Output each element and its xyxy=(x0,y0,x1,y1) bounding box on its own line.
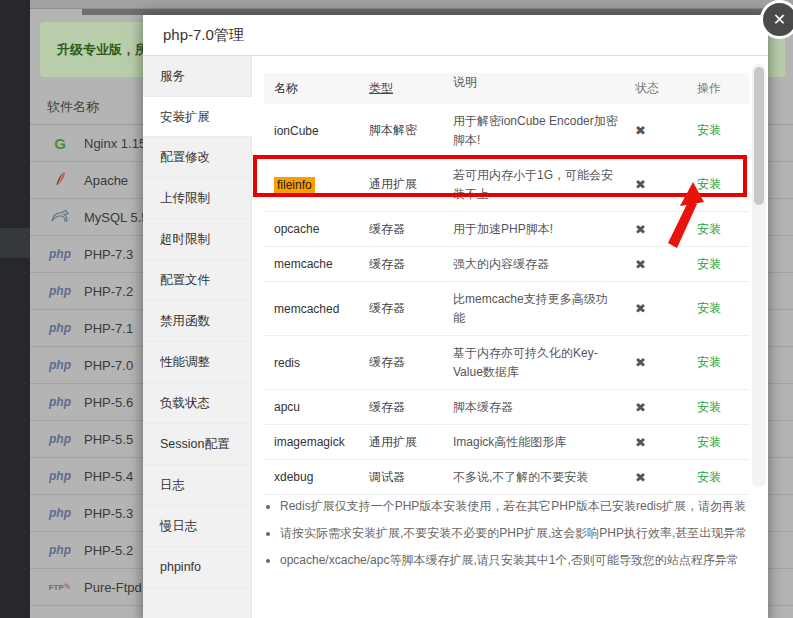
not-installed-icon: ✖ xyxy=(635,123,646,138)
tab-upload-limit[interactable]: 上传限制 xyxy=(143,178,251,219)
apache-feather-icon xyxy=(44,171,76,190)
ftp-icon: FTP✎ xyxy=(44,582,76,592)
php-icon: php xyxy=(44,469,76,483)
php-icon: php xyxy=(44,395,76,409)
extension-type: 缓存器 xyxy=(359,221,443,238)
extension-row-opcache: opcache 缓存器 用于加速PHP脚本! ✖ 安装 xyxy=(264,212,749,247)
table-scrollbar-thumb[interactable] xyxy=(754,67,764,205)
not-installed-icon: ✖ xyxy=(635,257,646,272)
tab-performance[interactable]: 性能调整 xyxy=(143,342,251,383)
extension-type: 缓存器 xyxy=(359,300,443,317)
extension-desc: 不多说,不了解的不要安装 xyxy=(443,468,625,487)
php-icon: php xyxy=(44,432,76,446)
extension-desc: 若可用内存小于1G，可能会安装不上 xyxy=(443,166,625,204)
extension-row-ioncube: ionCube 脚本解密 用于解密ionCube Encoder加密脚本! ✖ … xyxy=(264,104,749,158)
install-link[interactable]: 安装 xyxy=(697,355,721,369)
tab-config-file[interactable]: 配置文件 xyxy=(143,260,251,301)
extensions-table: 名称 类型 说明 状态 操作 ionCube 脚本解密 用于解密ionCube … xyxy=(264,73,749,495)
tab-timeout-limit[interactable]: 超时限制 xyxy=(143,219,251,260)
extension-row-memcached: memcached 缓存器 比memcache支持更多高级功能 ✖ 安装 xyxy=(264,282,749,336)
tab-install-extensions[interactable]: 安装扩展 xyxy=(143,97,252,137)
extension-desc: 强大的内容缓存器 xyxy=(443,255,625,274)
not-installed-icon: ✖ xyxy=(635,435,646,450)
tab-phpinfo[interactable]: phpinfo xyxy=(143,547,251,588)
not-installed-icon: ✖ xyxy=(635,177,646,192)
extension-type: 通用扩展 xyxy=(359,434,443,451)
tab-disabled-functions[interactable]: 禁用函数 xyxy=(143,301,251,342)
tab-config-modify[interactable]: 配置修改 xyxy=(143,137,251,178)
install-link[interactable]: 安装 xyxy=(697,470,721,484)
php-icon: php xyxy=(44,247,76,261)
not-installed-icon: ✖ xyxy=(635,470,646,485)
install-link[interactable]: 安装 xyxy=(697,400,721,414)
php-manage-dialog: php-7.0管理 服务 安装扩展 配置修改 上传限制 超时限制 配置文件 禁用… xyxy=(143,15,768,618)
install-link[interactable]: 安装 xyxy=(697,257,721,271)
not-installed-icon: ✖ xyxy=(635,222,646,237)
extension-type: 调试器 xyxy=(359,469,443,486)
extension-name: ionCube xyxy=(274,124,319,138)
nginx-icon: G xyxy=(44,135,76,152)
extension-name: redis xyxy=(274,356,300,370)
extension-name: imagemagick xyxy=(274,435,345,449)
extension-desc: 基于内存亦可持久化的Key-Value数据库 xyxy=(443,344,625,382)
install-link[interactable]: 安装 xyxy=(697,435,721,449)
tab-service[interactable]: 服务 xyxy=(143,56,251,97)
extension-name: apcu xyxy=(274,400,300,414)
extension-name: memcache xyxy=(274,257,333,271)
extension-notes: Redis扩展仅支持一个PHP版本安装使用，若在其它PHP版本已安装redis扩… xyxy=(265,493,758,574)
table-header-row: 名称 类型 说明 状态 操作 xyxy=(264,73,749,104)
extension-desc: Imagick高性能图形库 xyxy=(443,433,625,452)
extension-type: 缓存器 xyxy=(359,399,443,416)
panel-dark-sidebar xyxy=(0,0,30,618)
dialog-title: php-7.0管理 xyxy=(143,15,768,56)
extension-name: memcached xyxy=(274,302,339,316)
tab-slow-log[interactable]: 慢日志 xyxy=(143,506,251,547)
extension-desc: 比memcache支持更多高级功能 xyxy=(443,290,625,328)
extension-row-imagemagick: imagemagick 通用扩展 Imagick高性能图形库 ✖ 安装 xyxy=(264,425,749,460)
tab-load-status[interactable]: 负载状态 xyxy=(143,383,251,424)
php-icon: php xyxy=(44,321,76,335)
close-icon[interactable]: ✕ xyxy=(760,0,793,39)
page-topbar xyxy=(30,0,793,9)
extension-row-memcache: memcache 缓存器 强大的内容缓存器 ✖ 安装 xyxy=(264,247,749,282)
extension-row-redis: redis 缓存器 基于内存亦可持久化的Key-Value数据库 ✖ 安装 xyxy=(264,336,749,390)
extension-type: 缓存器 xyxy=(359,256,443,273)
extension-desc: 用于加速PHP脚本! xyxy=(443,220,625,239)
extension-name: opcache xyxy=(274,222,319,236)
php-icon: php xyxy=(44,358,76,372)
note-item: 请按实际需求安装扩展,不要安装不必要的PHP扩展,这会影响PHP执行效率,甚至出… xyxy=(280,520,758,547)
extension-type: 通用扩展 xyxy=(359,176,443,193)
screen: 升级专业版，所 软件名称 G Nginx 1.15. Apache MySQL … xyxy=(0,0,793,618)
tab-log[interactable]: 日志 xyxy=(143,465,251,506)
extension-desc: 用于解密ionCube Encoder加密脚本! xyxy=(443,112,625,150)
extension-row-fileinfo: fileinfo 通用扩展 若可用内存小于1G，可能会安装不上 ✖ 安装 xyxy=(264,158,749,212)
php-icon: php xyxy=(44,284,76,298)
extension-desc: 脚本缓存器 xyxy=(443,398,625,417)
extension-type: 脚本解密 xyxy=(359,122,443,139)
extension-row-xdebug: xdebug 调试器 不多说,不了解的不要安装 ✖ 安装 xyxy=(264,460,749,495)
extension-name: xdebug xyxy=(274,470,313,484)
extension-row-apcu: apcu 缓存器 脚本缓存器 ✖ 安装 xyxy=(264,390,749,425)
table-scrollbar-track xyxy=(752,64,766,487)
install-link[interactable]: 安装 xyxy=(697,222,721,236)
install-link[interactable]: 安装 xyxy=(697,301,721,315)
not-installed-icon: ✖ xyxy=(635,301,646,316)
extension-type: 缓存器 xyxy=(359,354,443,371)
install-link-fileinfo[interactable]: 安装 xyxy=(697,177,721,191)
dialog-tab-list: 服务 安装扩展 配置修改 上传限制 超时限制 配置文件 禁用函数 性能调整 负载… xyxy=(143,56,252,618)
not-installed-icon: ✖ xyxy=(635,355,646,370)
sidebar-active-item xyxy=(0,228,30,258)
php-icon: php xyxy=(44,506,76,520)
php-icon: php xyxy=(44,543,76,557)
install-link[interactable]: 安装 xyxy=(697,123,721,137)
mysql-dolphin-icon xyxy=(44,209,76,225)
extension-name-highlighted: fileinfo xyxy=(274,177,315,193)
tab-session-config[interactable]: Session配置 xyxy=(143,424,251,465)
not-installed-icon: ✖ xyxy=(635,400,646,415)
pencil-icon: ✎ xyxy=(64,582,72,592)
note-item: Redis扩展仅支持一个PHP版本安装使用，若在其它PHP版本已安装redis扩… xyxy=(280,493,758,520)
note-item: opcache/xcache/apc等脚本缓存扩展,请只安装其中1个,否则可能导… xyxy=(280,547,758,574)
